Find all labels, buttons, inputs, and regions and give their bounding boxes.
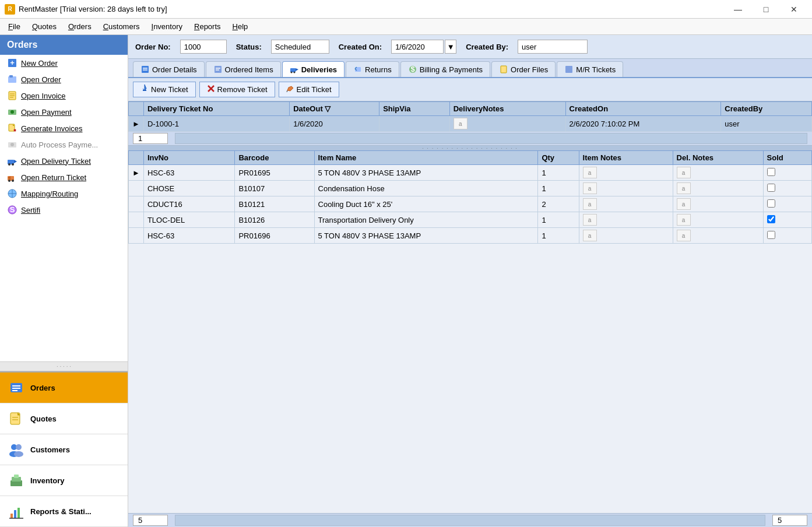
col-createdon[interactable]: CreatedOn [565, 102, 721, 116]
sidebar-item-sertifi[interactable]: S Sertifi [0, 202, 128, 218]
cell-invno: HSC-63 [143, 228, 235, 244]
order-no-input[interactable] [180, 40, 227, 54]
created-by-input[interactable] [518, 40, 588, 54]
menu-help[interactable]: Help [227, 20, 254, 33]
sidebar-item-open-invoice[interactable]: Open Invoice [0, 87, 128, 104]
table-row[interactable]: ► D-1000-1 1/6/2020 a 2/6/2020 7:10:02 P… [129, 116, 812, 132]
col-dateout[interactable]: DateOut ▽ [290, 102, 379, 116]
bottom-nav-quotes[interactable]: Quotes [0, 403, 128, 434]
sidebar-header: Orders [0, 35, 128, 55]
new-ticket-button[interactable]: New Ticket [133, 82, 196, 97]
upper-summary-count: 1 [133, 133, 168, 144]
created-on-input[interactable] [391, 40, 444, 54]
tab-billing-label: Billing & Payments [420, 65, 483, 74]
sidebar-item-open-delivery[interactable]: Open Delivery Ticket [0, 153, 128, 169]
sidebar-item-open-payment[interactable]: Open Payment [0, 104, 128, 120]
menu-customers[interactable]: Customers [97, 20, 146, 33]
sidebar-item-mapping[interactable]: Mapping/Routing [0, 185, 128, 202]
sold-checkbox[interactable] [767, 184, 775, 192]
menu-inventory[interactable]: Inventory [146, 20, 189, 33]
col-qty[interactable]: Qty [538, 151, 579, 165]
cell-qty: 1 [538, 181, 579, 196]
menu-quotes[interactable]: Quotes [26, 20, 62, 33]
billing-tab-icon: $ [408, 65, 417, 74]
svg-rect-44 [142, 66, 149, 73]
col-item-notes[interactable]: Item Notes [579, 151, 673, 165]
new-ticket-icon [140, 85, 149, 94]
table-row[interactable]: CHOSE B10107 Condensation Hose 1 a a [129, 181, 812, 196]
open-payment-icon [7, 107, 17, 117]
sold-checkbox[interactable] [767, 215, 775, 223]
svg-point-53 [293, 72, 295, 73]
item-notes-cell: a [583, 230, 597, 241]
tab-billing[interactable]: $ Billing & Payments [400, 61, 490, 77]
close-button[interactable]: ✕ [781, 0, 807, 19]
cell-item-name: 5 TON 480V 3 PHASE 13AMP [314, 228, 538, 244]
sidebar-item-new-order[interactable]: + New Order [0, 55, 128, 71]
cell-del-notes: a [673, 196, 763, 212]
cell-barcode: B10126 [235, 212, 314, 228]
bottom-nav-customers[interactable]: Customers [0, 434, 128, 465]
col-sold[interactable]: Sold [763, 151, 811, 165]
tab-order-files[interactable]: Order Files [491, 61, 556, 77]
col-delivery-notes[interactable]: DeliveryNotes [449, 102, 565, 116]
table-row[interactable]: CDUCT16 B10121 Cooling Duct 16" x 25' 2 … [129, 196, 812, 212]
status-input[interactable] [271, 40, 329, 54]
tab-deliveries-label: Deliveries [301, 65, 337, 74]
menu-file[interactable]: File [2, 20, 26, 33]
tab-ordered-items[interactable]: Ordered Items [206, 61, 281, 77]
cell-invno: TLOC-DEL [143, 212, 235, 228]
edit-ticket-icon [286, 85, 294, 94]
cell-barcode: B10121 [235, 196, 314, 212]
table-row[interactable]: HSC-63 PR01696 5 TON 480V 3 PHASE 13AMP … [129, 228, 812, 244]
edit-ticket-button[interactable]: Edit Ticket [279, 82, 339, 97]
ordered-items-tab-icon [213, 65, 223, 74]
maximize-button[interactable]: □ [753, 0, 779, 19]
date-picker-button[interactable]: ▼ [445, 40, 456, 54]
col-del-notes[interactable]: Del. Notes [673, 151, 763, 165]
bottom-nav-quotes-label: Quotes [30, 414, 57, 423]
tables-splitter[interactable]: · · · · · · · · · · · · · · · · · · · · [128, 146, 812, 150]
quotes-nav-icon [7, 409, 26, 428]
open-delivery-icon [7, 156, 17, 166]
bottom-nav-reports[interactable]: Reports & Stati... [0, 496, 128, 527]
bottom-nav-orders-label: Orders [30, 384, 55, 392]
col-invno[interactable]: InvNo [143, 151, 235, 165]
svg-point-9 [10, 110, 14, 114]
col-barcode[interactable]: Barcode [235, 151, 314, 165]
sidebar-item-auto-process: Auto Process Payme... [0, 136, 128, 153]
window-controls: — □ ✕ [725, 0, 807, 19]
cell-invno: CDUCT16 [143, 196, 235, 212]
table-row[interactable]: TLOC-DEL B10126 Transportation Delivery … [129, 212, 812, 228]
bottom-nav-orders[interactable]: Orders [0, 373, 128, 403]
menu-orders[interactable]: Orders [62, 20, 97, 33]
tab-mr-tickets[interactable]: M/R Tickets [557, 61, 623, 77]
open-invoice-icon [7, 90, 17, 101]
col-shipvia[interactable]: ShipVia [379, 102, 450, 116]
tab-returns[interactable]: Returns [346, 61, 399, 77]
minimize-button[interactable]: — [725, 0, 751, 19]
cell-shipvia [379, 116, 450, 132]
table-row[interactable]: ► HSC-63 PR01695 5 TON 480V 3 PHASE 13AM… [129, 165, 812, 181]
svg-rect-39 [14, 475, 19, 478]
sidebar-item-open-order[interactable]: Open Order [0, 71, 128, 87]
cell-item-name: Transportation Delivery Only [314, 212, 538, 228]
inventory-nav-icon [7, 471, 26, 490]
sold-checkbox[interactable] [767, 231, 775, 239]
sidebar-item-open-return[interactable]: Open Return Ticket [0, 169, 128, 185]
bottom-nav-inventory[interactable]: Inventory [0, 465, 128, 496]
tab-deliveries[interactable]: Deliveries [282, 61, 345, 77]
col-createdby[interactable]: CreatedBy [721, 102, 812, 116]
tab-order-details[interactable]: Order Details [133, 61, 205, 77]
generate-invoices-label: Generate Invoices [21, 124, 83, 133]
sold-checkbox[interactable] [767, 168, 775, 176]
sidebar-item-generate-invoices[interactable]: Generate Invoices [0, 120, 128, 136]
remove-ticket-button[interactable]: Remove Ticket [199, 82, 275, 97]
row-arrow [129, 228, 144, 244]
open-return-icon [7, 172, 17, 182]
sold-checkbox[interactable] [767, 199, 775, 208]
col-item-name[interactable]: Item Name [314, 151, 538, 165]
mapping-label: Mapping/Routing [21, 189, 78, 198]
menu-reports[interactable]: Reports [188, 20, 227, 33]
col-delivery-ticket-no[interactable]: Delivery Ticket No [143, 102, 289, 116]
